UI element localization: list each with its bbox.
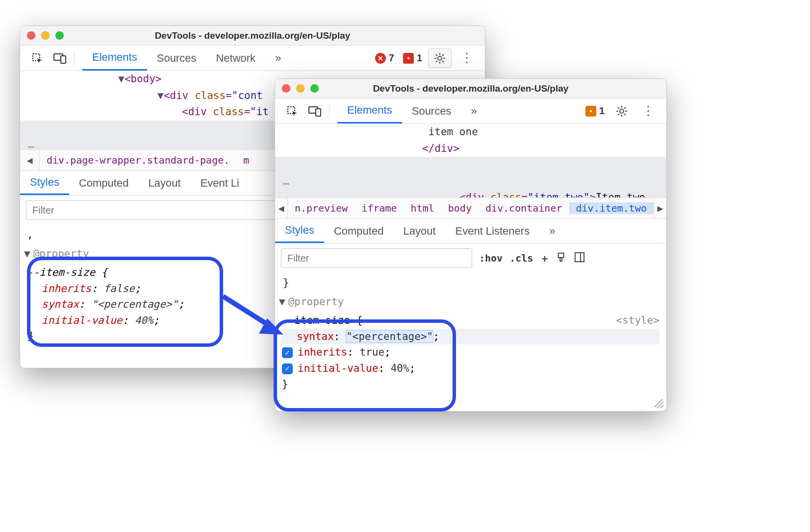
styles-pane[interactable]: } ▼@property <style> --item-size { synta… <box>275 273 666 398</box>
styles-subtabs: Styles Computed Layout Event Listeners » <box>275 219 666 243</box>
close-icon[interactable] <box>27 31 35 40</box>
dom-node[interactable]: item one <box>275 124 666 141</box>
dom-tree[interactable]: item one </div> … <div class="item two">… <box>275 124 666 197</box>
crumb-item[interactable]: html <box>404 202 441 214</box>
crumb-item[interactable]: iframe <box>354 202 404 214</box>
svg-point-15 <box>620 109 624 113</box>
tabs-overflow[interactable]: » <box>265 46 291 71</box>
tab-network[interactable]: Network <box>206 46 265 71</box>
issue-icon: • <box>403 53 414 64</box>
paint-brush-icon[interactable] <box>557 252 567 265</box>
svg-line-10 <box>436 61 437 62</box>
minimize-icon[interactable] <box>41 31 50 40</box>
close-brace: } <box>279 275 662 291</box>
subtab-event-listeners[interactable]: Event Listeners <box>446 219 540 243</box>
source-link[interactable]: <style> <box>616 313 659 329</box>
at-property-header[interactable]: ▼@property <box>279 291 662 313</box>
window-title: DevTools - developer.mozilla.org/en-US/p… <box>20 30 485 41</box>
crumb-item[interactable]: div.container <box>479 202 569 214</box>
css-declaration[interactable]: ✓initial-value: 40%; <box>282 361 659 377</box>
subtab-computed[interactable]: Computed <box>69 171 139 195</box>
close-icon[interactable] <box>282 84 290 93</box>
dom-node[interactable]: </div> <box>275 141 666 157</box>
svg-line-21 <box>624 114 626 115</box>
subtab-styles[interactable]: Styles <box>275 219 324 243</box>
traffic-lights <box>27 31 64 40</box>
tabs-overflow[interactable]: » <box>461 98 486 123</box>
tab-elements[interactable]: Elements <box>82 46 147 71</box>
svg-rect-24 <box>558 253 564 257</box>
dom-node-selected[interactable]: … <div class="item two">Item two <box>275 157 666 197</box>
close-brace: } <box>282 376 659 392</box>
inspect-icon[interactable] <box>26 46 49 71</box>
devtools-window-b: DevTools - developer.mozilla.org/en-US/p… <box>275 78 667 411</box>
zoom-icon[interactable] <box>55 31 64 40</box>
warning-badge[interactable]: • 1 <box>582 104 608 118</box>
warning-count: 1 <box>599 105 605 117</box>
subtab-computed[interactable]: Computed <box>324 219 394 243</box>
crumb-item[interactable]: n.preview <box>288 202 354 214</box>
subtab-styles[interactable]: Styles <box>20 171 69 195</box>
window-title: DevTools - developer.mozilla.org/en-US/p… <box>275 83 666 94</box>
tab-elements[interactable]: Elements <box>337 98 402 123</box>
checkbox-icon[interactable]: ✓ <box>282 363 293 374</box>
minimize-icon[interactable] <box>296 84 304 93</box>
device-icon[interactable] <box>304 98 326 123</box>
traffic-lights <box>282 84 319 93</box>
hov-button[interactable]: :hov <box>479 252 503 264</box>
scroll-left-icon[interactable]: ◀ <box>275 198 288 218</box>
filter-input[interactable] <box>281 248 472 268</box>
tab-sources[interactable]: Sources <box>402 98 461 123</box>
svg-line-8 <box>436 54 437 56</box>
crumb-item[interactable]: body <box>441 202 479 214</box>
styles-filter-bar: :hov .cls ＋ <box>275 243 666 273</box>
svg-line-22 <box>618 114 619 115</box>
scroll-right-icon[interactable]: ▶ <box>654 198 666 218</box>
cls-button[interactable]: .cls <box>509 252 533 264</box>
kebab-icon[interactable]: ⋮ <box>636 103 660 119</box>
svg-rect-14 <box>316 109 321 116</box>
rule-selector[interactable]: --item-size { <box>282 313 659 329</box>
panel-tabs: Elements Sources » <box>337 98 487 123</box>
breadcrumb: ◀ n.preview iframe html body div.contain… <box>275 197 666 219</box>
computed-panel-icon[interactable] <box>574 252 585 265</box>
crumb-item[interactable]: m <box>236 154 256 166</box>
gear-icon[interactable] <box>428 48 452 68</box>
ellipsis-icon[interactable]: … <box>283 173 289 190</box>
svg-rect-25 <box>560 257 562 261</box>
warning-count: 1 <box>417 52 422 64</box>
subtab-layout[interactable]: Layout <box>393 219 445 243</box>
svg-line-9 <box>442 61 444 62</box>
subtab-layout[interactable]: Layout <box>138 171 190 195</box>
css-rule-block: <style> --item-size { syntax: "<percenta… <box>279 313 662 392</box>
warning-badge[interactable]: • 1 <box>400 51 425 65</box>
tabs-overflow[interactable]: » <box>539 219 565 243</box>
toolbar-right: ✕ 7 • 1 ⋮ <box>372 48 479 68</box>
inspect-icon[interactable] <box>281 98 304 123</box>
tab-sources[interactable]: Sources <box>147 46 206 71</box>
svg-rect-26 <box>575 252 584 261</box>
devtools-toolbar: Elements Sources Network » ✕ 7 • 1 ⋮ <box>20 46 485 71</box>
css-declaration[interactable]: ✓inherits: true; <box>282 344 659 361</box>
ellipsis-icon[interactable]: … <box>28 137 34 149</box>
error-badge[interactable]: ✕ 7 <box>372 51 397 65</box>
svg-line-23 <box>624 107 626 109</box>
new-rule-icon[interactable]: ＋ <box>540 252 550 265</box>
subtab-event-listeners[interactable]: Event Li <box>191 171 250 195</box>
panel-tabs: Elements Sources Network » <box>82 46 291 71</box>
svg-rect-2 <box>61 56 66 63</box>
kebab-icon[interactable]: ⋮ <box>455 50 479 66</box>
resize-handle-icon[interactable] <box>655 399 663 408</box>
divider <box>329 104 329 119</box>
arrow-icon <box>221 291 284 340</box>
zoom-icon[interactable] <box>310 84 319 93</box>
gear-icon[interactable] <box>610 105 633 117</box>
device-icon[interactable] <box>49 46 71 71</box>
crumb-item-active[interactable]: div.item.two <box>569 202 654 214</box>
devtools-toolbar: Elements Sources » • 1 ⋮ <box>275 98 666 124</box>
svg-line-11 <box>442 54 444 56</box>
checkbox-icon[interactable]: ✓ <box>282 347 293 358</box>
crumb-item[interactable]: div.page-wrapper.standard-page. <box>40 154 236 166</box>
css-declaration[interactable]: syntax: "<percentage>"; <box>282 329 659 345</box>
titlebar: DevTools - developer.mozilla.org/en-US/p… <box>275 79 666 98</box>
